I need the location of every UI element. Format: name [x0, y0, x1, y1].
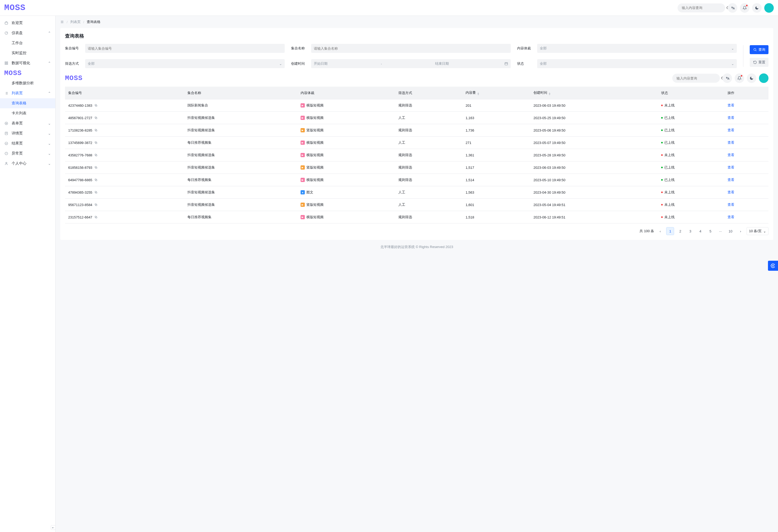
sidebar-item-3[interactable]: 实时监控 [0, 48, 55, 58]
logo[interactable]: MOSS [4, 3, 26, 13]
table-row: 13745699-3872 每日推荐视频集 ▶横版短视频 人工 271 2023… [65, 137, 769, 149]
notifications-button[interactable] [740, 3, 750, 13]
cell-status: 未上线 [661, 190, 675, 195]
sidebar-item-12[interactable]: 异常页⌄ [0, 149, 55, 159]
col-created[interactable]: 创建时间▲▼ [530, 87, 658, 99]
sidebar-item-5[interactable]: 多维数据分析 [0, 78, 55, 88]
chevron-down-icon: ⌄ [48, 161, 51, 166]
sidebar-item-10[interactable]: 详情页⌄ [0, 128, 55, 139]
global-search-input[interactable] [677, 76, 721, 80]
copy-icon[interactable] [94, 178, 97, 181]
page-number-2[interactable]: 2 [676, 227, 684, 235]
copy-icon[interactable] [94, 191, 97, 194]
date-range-input[interactable]: 开始日期 - 结束日期 [311, 59, 511, 68]
view-link[interactable]: 查看 [727, 178, 734, 182]
view-link[interactable]: 查看 [727, 141, 734, 145]
sidebar-collapse-handle[interactable]: ⇤ [51, 525, 56, 530]
type-select[interactable]: 全部 ⌄ [537, 44, 737, 53]
chevron-down-icon: ⌄ [731, 62, 734, 66]
user-avatar[interactable] [759, 73, 769, 83]
view-link[interactable]: 查看 [727, 215, 734, 219]
theme-toggle-button[interactable] [752, 3, 762, 13]
global-search[interactable] [672, 74, 720, 83]
chevron-down-icon: ⌄ [763, 229, 766, 233]
reset-button[interactable]: 重置 [750, 58, 769, 67]
page-number-4[interactable]: 4 [696, 227, 704, 235]
svg-point-55 [772, 265, 774, 267]
view-link[interactable]: 查看 [727, 116, 734, 120]
status-select[interactable]: 全部 ⌄ [537, 59, 737, 68]
cell-count: 1,601 [462, 199, 530, 211]
filter-select[interactable]: 全部 ⌄ [85, 59, 285, 68]
page-prev-button[interactable]: ‹ [656, 227, 664, 235]
id-label: 集合编号 [65, 46, 82, 51]
copy-icon[interactable] [94, 141, 97, 144]
breadcrumb-item[interactable]: 列表页 [70, 19, 81, 24]
cell-count: 271 [462, 137, 530, 149]
main-content: / 列表页 / 查询表格 查询表格 集合编号 集合名称 [56, 16, 778, 532]
list-menu-icon[interactable] [60, 20, 64, 24]
col-count[interactable]: 内容量▲▼ [462, 87, 530, 99]
page-size-select[interactable]: 10 条/页 ⌄ [747, 227, 769, 235]
sidebar-item-2[interactable]: 工作台 [0, 38, 55, 48]
sidebar-item-label: 查询表格 [12, 101, 26, 106]
copy-icon[interactable] [94, 166, 97, 169]
cell-type: ▶竖版短视频 [301, 128, 324, 132]
breadcrumb: / 列表页 / 查询表格 [60, 19, 773, 24]
table-row: 23157512-6647 每日推荐视频集 ▶横版短视频 规则筛选 1,518 … [65, 211, 769, 224]
user-avatar[interactable] [764, 3, 774, 13]
sidebar-item-8[interactable]: 卡片列表 [0, 108, 55, 118]
settings-fab[interactable] [768, 261, 778, 271]
status-dot [661, 129, 663, 131]
page-number-3[interactable]: 3 [686, 227, 694, 235]
cell-status: 已上线 [661, 140, 675, 145]
cell-name: 抖音短视频候选集 [184, 149, 297, 161]
sidebar-item-0[interactable]: 欢迎页 [0, 18, 55, 28]
cell-id: 48567801-2727 [68, 116, 181, 120]
chevron-down-icon: ⌄ [48, 141, 51, 146]
page-next-button[interactable]: › [736, 227, 745, 235]
query-button[interactable]: 查询 [750, 45, 769, 54]
page-number-1[interactable]: 1 [666, 227, 674, 235]
sidebar-item-1[interactable]: 仪表盘⌃ [0, 28, 55, 38]
copy-icon[interactable] [94, 154, 97, 157]
cell-count: 1,563 [462, 186, 530, 199]
cell-count: 1,514 [462, 174, 530, 186]
page-number-5[interactable]: 5 [706, 227, 714, 235]
global-search[interactable] [678, 3, 725, 12]
sidebar-item-7[interactable]: 查询表格 [0, 98, 55, 108]
sidebar-item-9[interactable]: 表单页⌄ [0, 118, 55, 128]
app-header: MOSS [0, 0, 778, 16]
calendar-icon [504, 62, 508, 66]
copy-icon[interactable] [94, 104, 97, 107]
name-input[interactable] [314, 47, 508, 51]
video-h-icon: ▶ [301, 215, 305, 219]
view-link[interactable]: 查看 [727, 153, 734, 157]
cell-count: 1,518 [462, 211, 530, 224]
language-button[interactable] [728, 3, 737, 13]
sidebar-item-11[interactable]: 结果页⌄ [0, 139, 55, 149]
copy-icon[interactable] [94, 215, 97, 219]
id-input[interactable] [88, 47, 282, 51]
view-link[interactable]: 查看 [727, 128, 734, 132]
copy-icon[interactable] [94, 128, 97, 132]
theme-toggle-button[interactable] [747, 73, 756, 83]
language-button[interactable] [722, 73, 732, 83]
copy-icon[interactable] [94, 203, 97, 206]
notifications-button[interactable] [734, 73, 744, 83]
sidebar-item-4[interactable]: 数据可视化⌃ [0, 58, 55, 68]
svg-point-15 [6, 123, 7, 124]
cell-created: 2023-05-06 19:49:50 [530, 124, 658, 137]
global-search-input[interactable] [682, 6, 726, 10]
view-link[interactable]: 查看 [727, 190, 734, 194]
sidebar-item-13[interactable]: 个人中心⌄ [0, 159, 55, 169]
view-link[interactable]: 查看 [727, 165, 734, 169]
home-icon [4, 21, 8, 25]
page-number-10[interactable]: 10 [726, 227, 734, 235]
cell-id: 47894365-3255 [68, 190, 181, 194]
view-link[interactable]: 查看 [727, 103, 734, 107]
sidebar-item-6[interactable]: 列表页⌃ [0, 88, 55, 98]
view-link[interactable]: 查看 [727, 203, 734, 206]
video-h-icon: ▶ [301, 178, 305, 182]
copy-icon[interactable] [94, 116, 97, 119]
